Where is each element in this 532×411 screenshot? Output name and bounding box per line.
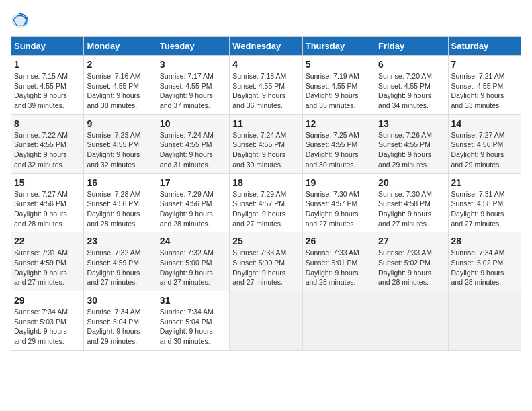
day-number: 10 [160, 118, 226, 129]
day-number: 7 [451, 59, 518, 70]
day-info: Sunrise: 7:22 AM Sunset: 4:55 PM Dayligh… [14, 130, 81, 170]
day-number: 6 [378, 59, 445, 70]
calendar-cell: 5Sunrise: 7:19 AM Sunset: 4:55 PM Daylig… [302, 56, 375, 115]
day-info: Sunrise: 7:21 AM Sunset: 4:55 PM Dayligh… [451, 71, 518, 111]
calendar-cell [375, 291, 448, 351]
week-row-1: 1Sunrise: 7:15 AM Sunset: 4:55 PM Daylig… [11, 56, 521, 115]
calendar-cell: 25Sunrise: 7:33 AM Sunset: 5:00 PM Dayli… [230, 232, 302, 291]
week-row-5: 29Sunrise: 7:34 AM Sunset: 5:03 PM Dayli… [11, 291, 521, 351]
calendar-cell: 31Sunrise: 7:34 AM Sunset: 5:04 PM Dayli… [157, 291, 229, 351]
day-header-tuesday: Tuesday [157, 37, 229, 56]
day-info: Sunrise: 7:29 AM Sunset: 4:56 PM Dayligh… [160, 189, 226, 229]
day-number: 31 [160, 295, 226, 306]
day-info: Sunrise: 7:30 AM Sunset: 4:57 PM Dayligh… [306, 189, 372, 229]
calendar-cell: 18Sunrise: 7:29 AM Sunset: 4:57 PM Dayli… [230, 173, 302, 232]
calendar-cell: 4Sunrise: 7:18 AM Sunset: 4:55 PM Daylig… [230, 56, 302, 115]
day-number: 15 [14, 177, 81, 188]
day-info: Sunrise: 7:29 AM Sunset: 4:57 PM Dayligh… [232, 189, 299, 229]
day-info: Sunrise: 7:32 AM Sunset: 5:00 PM Dayligh… [160, 248, 226, 287]
day-number: 19 [306, 177, 372, 188]
calendar-cell: 23Sunrise: 7:32 AM Sunset: 4:59 PM Dayli… [84, 232, 157, 291]
calendar-cell: 3Sunrise: 7:17 AM Sunset: 4:55 PM Daylig… [157, 56, 229, 115]
day-info: Sunrise: 7:31 AM Sunset: 4:59 PM Dayligh… [14, 248, 81, 287]
day-info: Sunrise: 7:25 AM Sunset: 4:55 PM Dayligh… [306, 130, 372, 170]
day-number: 30 [87, 295, 153, 306]
day-info: Sunrise: 7:16 AM Sunset: 4:55 PM Dayligh… [87, 71, 153, 111]
day-info: Sunrise: 7:34 AM Sunset: 5:04 PM Dayligh… [87, 307, 153, 347]
calendar-cell: 2Sunrise: 7:16 AM Sunset: 4:55 PM Daylig… [84, 56, 157, 115]
day-info: Sunrise: 7:34 AM Sunset: 5:03 PM Dayligh… [14, 307, 81, 347]
day-number: 12 [306, 118, 372, 129]
day-number: 14 [451, 118, 518, 129]
day-info: Sunrise: 7:30 AM Sunset: 4:58 PM Dayligh… [378, 189, 445, 229]
calendar-cell: 27Sunrise: 7:33 AM Sunset: 5:02 PM Dayli… [375, 232, 448, 291]
day-number: 21 [451, 177, 518, 188]
calendar-cell: 1Sunrise: 7:15 AM Sunset: 4:55 PM Daylig… [11, 56, 84, 115]
day-number: 5 [306, 59, 372, 70]
day-number: 23 [87, 236, 153, 246]
day-number: 4 [232, 59, 299, 70]
day-number: 18 [232, 177, 299, 188]
day-number: 3 [160, 59, 226, 70]
calendar-cell: 28Sunrise: 7:34 AM Sunset: 5:02 PM Dayli… [448, 232, 521, 291]
week-row-2: 8Sunrise: 7:22 AM Sunset: 4:55 PM Daylig… [11, 114, 521, 173]
calendar-cell: 20Sunrise: 7:30 AM Sunset: 4:58 PM Dayli… [375, 173, 448, 232]
day-info: Sunrise: 7:33 AM Sunset: 5:00 PM Dayligh… [232, 248, 299, 287]
week-row-4: 22Sunrise: 7:31 AM Sunset: 4:59 PM Dayli… [11, 232, 521, 291]
calendar-cell: 17Sunrise: 7:29 AM Sunset: 4:56 PM Dayli… [157, 173, 229, 232]
day-number: 25 [232, 236, 299, 246]
calendar-cell: 19Sunrise: 7:30 AM Sunset: 4:57 PM Dayli… [302, 173, 375, 232]
day-info: Sunrise: 7:17 AM Sunset: 4:55 PM Dayligh… [160, 71, 226, 111]
day-info: Sunrise: 7:15 AM Sunset: 4:55 PM Dayligh… [14, 71, 81, 111]
calendar-cell: 12Sunrise: 7:25 AM Sunset: 4:55 PM Dayli… [302, 114, 375, 173]
day-number: 9 [87, 118, 153, 129]
day-info: Sunrise: 7:19 AM Sunset: 4:55 PM Dayligh… [306, 71, 372, 111]
day-info: Sunrise: 7:26 AM Sunset: 4:55 PM Dayligh… [378, 130, 445, 170]
day-info: Sunrise: 7:24 AM Sunset: 4:55 PM Dayligh… [160, 130, 226, 170]
day-number: 20 [378, 177, 445, 188]
calendar-cell: 14Sunrise: 7:27 AM Sunset: 4:56 PM Dayli… [448, 114, 521, 173]
calendar-cell: 15Sunrise: 7:27 AM Sunset: 4:56 PM Dayli… [11, 173, 84, 232]
calendar-cell [302, 291, 375, 351]
day-number: 2 [87, 59, 153, 70]
calendar-cell: 16Sunrise: 7:28 AM Sunset: 4:56 PM Dayli… [84, 173, 157, 232]
calendar-cell: 22Sunrise: 7:31 AM Sunset: 4:59 PM Dayli… [11, 232, 84, 291]
calendar-cell: 8Sunrise: 7:22 AM Sunset: 4:55 PM Daylig… [11, 114, 84, 173]
page-header [11, 11, 521, 30]
week-row-3: 15Sunrise: 7:27 AM Sunset: 4:56 PM Dayli… [11, 173, 521, 232]
day-header-monday: Monday [84, 37, 157, 56]
day-info: Sunrise: 7:18 AM Sunset: 4:55 PM Dayligh… [232, 71, 299, 111]
day-number: 29 [14, 295, 81, 306]
day-header-friday: Friday [375, 37, 448, 56]
day-info: Sunrise: 7:34 AM Sunset: 5:04 PM Dayligh… [160, 307, 226, 347]
header-row: SundayMondayTuesdayWednesdayThursdayFrid… [11, 37, 521, 56]
day-info: Sunrise: 7:24 AM Sunset: 4:55 PM Dayligh… [232, 130, 299, 170]
day-info: Sunrise: 7:28 AM Sunset: 4:56 PM Dayligh… [87, 189, 153, 229]
calendar-cell: 11Sunrise: 7:24 AM Sunset: 4:55 PM Dayli… [230, 114, 302, 173]
day-header-thursday: Thursday [302, 37, 375, 56]
logo-icon [11, 11, 30, 30]
calendar-cell [230, 291, 302, 351]
day-number: 11 [232, 118, 299, 129]
day-info: Sunrise: 7:33 AM Sunset: 5:02 PM Dayligh… [378, 248, 445, 287]
day-info: Sunrise: 7:20 AM Sunset: 4:55 PM Dayligh… [378, 71, 445, 111]
day-info: Sunrise: 7:23 AM Sunset: 4:55 PM Dayligh… [87, 130, 153, 170]
day-info: Sunrise: 7:27 AM Sunset: 4:56 PM Dayligh… [451, 130, 518, 170]
calendar-cell [448, 291, 521, 351]
calendar-cell: 26Sunrise: 7:33 AM Sunset: 5:01 PM Dayli… [302, 232, 375, 291]
day-header-sunday: Sunday [11, 37, 84, 56]
day-info: Sunrise: 7:27 AM Sunset: 4:56 PM Dayligh… [14, 189, 81, 229]
day-number: 8 [14, 118, 81, 129]
day-info: Sunrise: 7:32 AM Sunset: 4:59 PM Dayligh… [87, 248, 153, 287]
calendar-cell: 9Sunrise: 7:23 AM Sunset: 4:55 PM Daylig… [84, 114, 157, 173]
day-header-saturday: Saturday [448, 37, 521, 56]
day-number: 27 [378, 236, 445, 246]
day-number: 24 [160, 236, 226, 246]
day-number: 26 [306, 236, 372, 246]
calendar-table: SundayMondayTuesdayWednesdayThursdayFrid… [11, 36, 521, 351]
calendar-cell: 21Sunrise: 7:31 AM Sunset: 4:58 PM Dayli… [448, 173, 521, 232]
logo [11, 11, 32, 30]
calendar-cell: 24Sunrise: 7:32 AM Sunset: 5:00 PM Dayli… [157, 232, 229, 291]
day-number: 13 [378, 118, 445, 129]
day-number: 1 [14, 59, 81, 70]
